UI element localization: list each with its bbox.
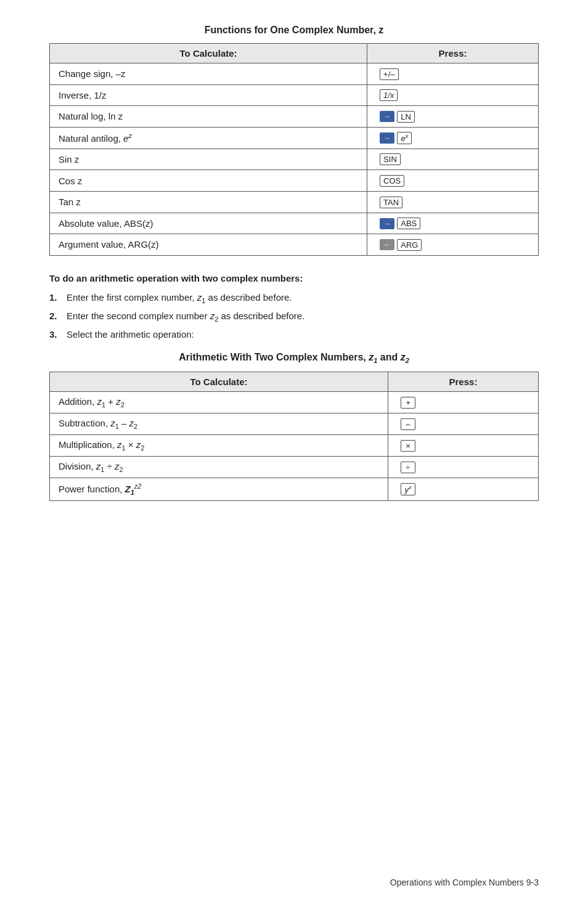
- key-ln: LN: [397, 111, 415, 123]
- table-row: Multiplication, z1 × z2 ×: [50, 434, 539, 456]
- table1-row1-calc: Change sign, –z: [50, 63, 367, 85]
- table2-row1-press: +: [388, 391, 538, 413]
- table2-row5-press: yx: [388, 478, 538, 500]
- table-row: Sin z SIN: [50, 149, 539, 170]
- key-inverse: 1/x: [380, 89, 398, 101]
- table-row: Change sign, –z +/–: [50, 63, 539, 85]
- step3-text: Select the arithmetic operation:: [67, 329, 194, 340]
- table1-row6-calc: Cos z: [50, 170, 367, 192]
- table-row: Inverse, 1/z 1/x: [50, 84, 539, 106]
- key-sign: +/–: [380, 68, 398, 80]
- table2-header-press: Press:: [388, 372, 538, 391]
- key-minus: –: [401, 418, 415, 430]
- table1-row3-calc: Natural log, ln z: [50, 106, 367, 128]
- table1-row5-press: SIN: [367, 149, 539, 170]
- table1-header-calc: To Calculate:: [50, 44, 367, 63]
- table1-row1-press: +/–: [367, 63, 539, 85]
- section-heading: To do an arithmetic operation with two c…: [49, 273, 539, 283]
- table1-row8-press: → ABS: [367, 213, 539, 234]
- table2-row4-calc: Division, z1 ÷ z2: [50, 456, 388, 478]
- step3-num: 3.: [49, 329, 67, 340]
- table1-row2-press: 1/x: [367, 84, 539, 106]
- key-divide: ÷: [401, 462, 415, 473]
- table1-row8-calc: Absolute value, ABS(z): [50, 213, 367, 234]
- page-title-2: Arithmetic With Two Complex Numbers, z1 …: [49, 352, 539, 364]
- key-blue-arrow-ln: →: [380, 111, 394, 122]
- steps-list: 1. Enter the first complex number, z1 as…: [49, 292, 539, 340]
- footer: Operations with Complex Numbers 9-3: [390, 877, 539, 887]
- key-sin: SIN: [380, 153, 401, 165]
- key-blue-arrow-abs: →: [380, 218, 394, 229]
- step-1: 1. Enter the first complex number, z1 as…: [49, 292, 539, 304]
- table2: To Calculate: Press: Addition, z1 + z2 +…: [49, 372, 539, 501]
- key-cos: COS: [380, 175, 404, 187]
- table2-row2-calc: Subtraction, z1 – z2: [50, 413, 388, 434]
- step1-text: Enter the first complex number, z1 as de…: [67, 292, 292, 304]
- table-row: Tan z TAN: [50, 191, 539, 213]
- table1-row6-press: COS: [367, 170, 539, 192]
- step-2: 2. Enter the second complex number z2 as…: [49, 311, 539, 323]
- table-row: Natural antilog, ez → ex: [50, 127, 539, 149]
- table2-row3-calc: Multiplication, z1 × z2: [50, 434, 388, 456]
- table2-row5-calc: Power function, Z1z2: [50, 478, 388, 500]
- key-arg: ARG: [397, 239, 422, 251]
- table1-header-press: Press:: [367, 44, 539, 63]
- key-multiply: ×: [401, 440, 415, 452]
- table1-row3-press: → LN: [367, 106, 539, 128]
- step-3: 3. Select the arithmetic operation:: [49, 329, 539, 340]
- table2-header-calc: To Calculate:: [50, 372, 388, 391]
- table-row: Argument value, ARG(z) ← ARG: [50, 234, 539, 256]
- key-plus: +: [401, 397, 415, 409]
- table-row: Subtraction, z1 – z2 –: [50, 413, 539, 434]
- table1-row7-press: TAN: [367, 191, 539, 213]
- table2-row1-calc: Addition, z1 + z2: [50, 391, 388, 413]
- table1-row4-press: → ex: [367, 127, 539, 149]
- key-abs: ABS: [397, 218, 420, 229]
- table-row: Cos z COS: [50, 170, 539, 192]
- page-title-1: Functions for One Complex Number, z: [49, 25, 539, 36]
- table2-row2-press: –: [388, 413, 538, 434]
- key-blue-arrow-ex: →: [380, 132, 394, 144]
- key-yx: yx: [401, 483, 415, 495]
- table1-row5-calc: Sin z: [50, 149, 367, 170]
- table-row: Addition, z1 + z2 +: [50, 391, 539, 413]
- table1: To Calculate: Press: Change sign, –z +/–…: [49, 43, 539, 256]
- table-row: Absolute value, ABS(z) → ABS: [50, 213, 539, 234]
- table1-row2-calc: Inverse, 1/z: [50, 84, 367, 106]
- key-ex: ex: [397, 132, 412, 144]
- table1-row9-press: ← ARG: [367, 234, 539, 256]
- table1-row7-calc: Tan z: [50, 191, 367, 213]
- table2-row3-press: ×: [388, 434, 538, 456]
- table2-row4-press: ÷: [388, 456, 538, 478]
- key-tan: TAN: [380, 197, 402, 208]
- table1-row9-calc: Argument value, ARG(z): [50, 234, 367, 256]
- table-row: Natural log, ln z → LN: [50, 106, 539, 128]
- table-row: Division, z1 ÷ z2 ÷: [50, 456, 539, 478]
- table-row: Power function, Z1z2 yx: [50, 478, 539, 500]
- key-shift-arrow-arg: ←: [380, 239, 394, 250]
- table1-row4-calc: Natural antilog, ez: [50, 127, 367, 149]
- step2-text: Enter the second complex number z2 as de…: [67, 311, 304, 323]
- step1-num: 1.: [49, 292, 67, 303]
- step2-num: 2.: [49, 311, 67, 321]
